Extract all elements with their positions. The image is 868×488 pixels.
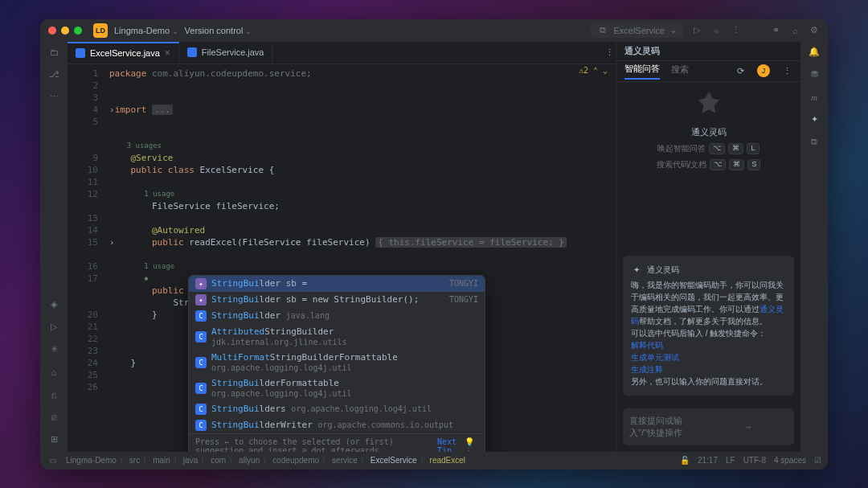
vcs-dropdown[interactable]: Version control — [185, 26, 252, 35]
indent[interactable]: 4 spaces — [774, 456, 806, 465]
editor-tabs: ExcelService.java × FileService.java ⋮ — [68, 42, 616, 64]
lock-icon[interactable]: 🔓 — [680, 456, 690, 465]
code-editor[interactable]: ⚠2 ⌃ ⌄ 12345 910111213141516172021222324… — [68, 64, 616, 452]
run-config-label: ExcelService — [613, 26, 665, 35]
assistant-hero: 通义灵码 唤起智能问答 ⌥ ⌘ L 搜索代码/文档 ⌥ ⌘ S — [616, 82, 800, 178]
project-dropdown[interactable]: Lingma-Demo — [114, 26, 178, 35]
problems-tool-icon[interactable]: ⊞ — [48, 434, 59, 445]
tab-label: FileService.java — [202, 47, 264, 57]
input-placeholder: 直接提问或输入"/"快捷操作 — [629, 415, 709, 439]
project-structure-icon[interactable]: ▭ — [47, 455, 58, 466]
structure-tool-icon[interactable]: ⋯ — [48, 92, 59, 103]
next-tip-link[interactable]: Next Tip — [437, 437, 461, 452]
breadcrumb-segment[interactable]: src — [129, 456, 140, 465]
bookmarks-icon[interactable]: ◈ — [48, 299, 59, 310]
java-file-icon — [76, 48, 85, 58]
commit-tool-icon[interactable]: ⎇ — [48, 69, 59, 80]
tab-fileservice[interactable]: FileService.java — [179, 42, 273, 64]
shortcut-search: 搜索代码/文档 ⌥ ⌘ S — [657, 159, 761, 170]
titlebar[interactable]: LD Lingma-Demo Version control ⧉ ExcelSe… — [40, 19, 828, 42]
maven-icon[interactable]: m — [809, 92, 820, 103]
statusbar: ▭ Lingma-Demosrcmainjavacomaliyuncodeupd… — [40, 452, 828, 470]
breadcrumb-segment[interactable]: Lingma-Demo — [66, 456, 117, 465]
panel-tab-chat[interactable]: 智能问答 — [624, 63, 660, 80]
caret-position[interactable]: 21:17 — [698, 456, 718, 465]
maximize-icon[interactable] — [74, 27, 82, 35]
notifications-icon[interactable]: 🔔 — [809, 47, 820, 58]
left-toolstrip: 🗀 ⎇ ⋯ ◈ ▷ ✳ ⌂ ⎌ ⎚ ⊞ — [40, 42, 68, 452]
code-with-me-icon[interactable]: ⚭ — [770, 25, 781, 36]
project-tool-icon[interactable]: 🗀 — [48, 47, 59, 58]
cmd-comment[interactable]: 生成注释 — [631, 363, 786, 375]
window-controls — [48, 27, 82, 35]
right-tool-icon[interactable]: ⧉ — [809, 137, 820, 148]
cmd-unittest[interactable]: 生成单元测试 — [631, 351, 786, 363]
assistant-input[interactable]: 直接提问或输入"/"快捷操作 → — [623, 408, 794, 445]
project-badge: LD — [93, 23, 108, 38]
terminal-tool-icon[interactable]: ⎚ — [48, 412, 59, 423]
readonly-icon[interactable]: ☑ — [814, 456, 821, 465]
debug-tool-icon[interactable]: ✳ — [48, 344, 59, 355]
breadcrumb-segment[interactable]: codeupdemo — [272, 456, 319, 465]
close-tab-icon[interactable]: × — [165, 47, 170, 59]
line-separator[interactable]: LF — [726, 456, 735, 465]
vcs-tool-icon[interactable]: ⎌ — [48, 389, 59, 400]
close-icon[interactable] — [48, 27, 56, 35]
right-toolstrip: 🔔 ⛃ m ✦ ⧉ — [800, 42, 828, 452]
assistant-intro-card: ✦通义灵码 嗨，我是你的智能编码助手，你可以问我关于编码相关的问题，我们一起更高… — [623, 256, 794, 396]
editor-area: ExcelService.java × FileService.java ⋮ ⚠… — [68, 42, 616, 452]
run-config-icon: ⧉ — [597, 25, 608, 36]
history-icon[interactable]: ⟳ — [735, 65, 746, 76]
java-file-icon — [187, 47, 197, 57]
ai-assistant-panel: 通义灵码 智能问答 搜索 ⟳ J ⋮ 通义灵码 唤起智能问答 ⌥ ⌘ L — [616, 42, 800, 452]
autocomplete-item[interactable]: CStringBuilderWriter org.apache.commons.… — [189, 417, 485, 433]
tab-excelservice[interactable]: ExcelService.java × — [68, 42, 179, 64]
build-tool-icon[interactable]: ⌂ — [48, 367, 59, 378]
breadcrumb-segment[interactable]: ExcelService — [371, 456, 417, 465]
minimize-icon[interactable] — [61, 27, 69, 35]
settings-icon[interactable]: ⚙ — [809, 25, 820, 36]
autocomplete-popup[interactable]: ✦StringBuilder sb = TONGYI✦StringBuilder… — [188, 275, 485, 452]
run-icon[interactable]: ▷ — [691, 25, 702, 36]
breadcrumb-segment[interactable]: main — [153, 456, 170, 465]
cmd-explain[interactable]: 解释代码 — [631, 339, 786, 351]
autocomplete-item[interactable]: CStringBuilderFormattable org.apache.log… — [189, 375, 485, 401]
breadcrumb-segment[interactable]: com — [211, 456, 226, 465]
hero-title: 通义灵码 — [691, 126, 727, 138]
search-icon[interactable]: ⌕ — [789, 25, 800, 36]
assistant-tool-icon[interactable]: ✦ — [809, 114, 820, 125]
tab-more-icon[interactable]: ⋮ — [603, 47, 616, 58]
encoding[interactable]: UTF-8 — [743, 456, 766, 465]
panel-tab-search[interactable]: 搜索 — [671, 64, 689, 79]
tab-label: ExcelService.java — [90, 48, 160, 58]
run-tool-icon[interactable]: ▷ — [48, 322, 59, 333]
panel-more-icon[interactable]: ⋮ — [781, 65, 792, 76]
ide-window: LD Lingma-Demo Version control ⧉ ExcelSe… — [40, 19, 828, 470]
database-icon[interactable]: ⛃ — [809, 69, 820, 80]
panel-title: 通义灵码 — [616, 42, 800, 61]
breadcrumb-segment[interactable]: aliyun — [239, 456, 260, 465]
autocomplete-item[interactable]: ✦StringBuilder sb = TONGYI — [189, 276, 485, 292]
breadcrumb-segment[interactable]: service — [332, 456, 358, 465]
autocomplete-item[interactable]: CStringBuilder java.lang — [189, 308, 485, 324]
avatar[interactable]: J — [757, 64, 770, 77]
gutter: 12345 9101112131415161720212223242526 — [68, 64, 104, 452]
debug-icon[interactable]: ⟐ — [710, 25, 722, 36]
autocomplete-item[interactable]: CAttributedStringBuilder jdk.internal.or… — [189, 324, 485, 350]
autocomplete-item[interactable]: CStringBuilders org.apache.logging.log4j… — [189, 401, 485, 417]
assistant-logo-icon — [693, 89, 725, 121]
breadcrumb-segment[interactable]: java — [183, 456, 198, 465]
breadcrumb[interactable]: Lingma-Demosrcmainjavacomaliyuncodeupdem… — [66, 456, 672, 465]
run-config-selector[interactable]: ⧉ ExcelService ⌄ — [591, 23, 683, 38]
more-actions-icon[interactable]: ⋮ — [730, 25, 741, 36]
send-icon[interactable]: → — [709, 421, 788, 433]
autocomplete-item[interactable]: ✦StringBuilder sb = new StringBuilder();… — [189, 292, 485, 308]
autocomplete-footer: Press ← to choose the selected (or first… — [189, 433, 485, 452]
assistant-icon: ✦ — [631, 264, 642, 275]
breadcrumb-segment[interactable]: readExcel — [430, 456, 465, 465]
shortcut-chat: 唤起智能问答 ⌥ ⌘ L — [657, 143, 759, 154]
autocomplete-item[interactable]: CMultiFormatStringBuilderFormattable org… — [189, 350, 485, 375]
